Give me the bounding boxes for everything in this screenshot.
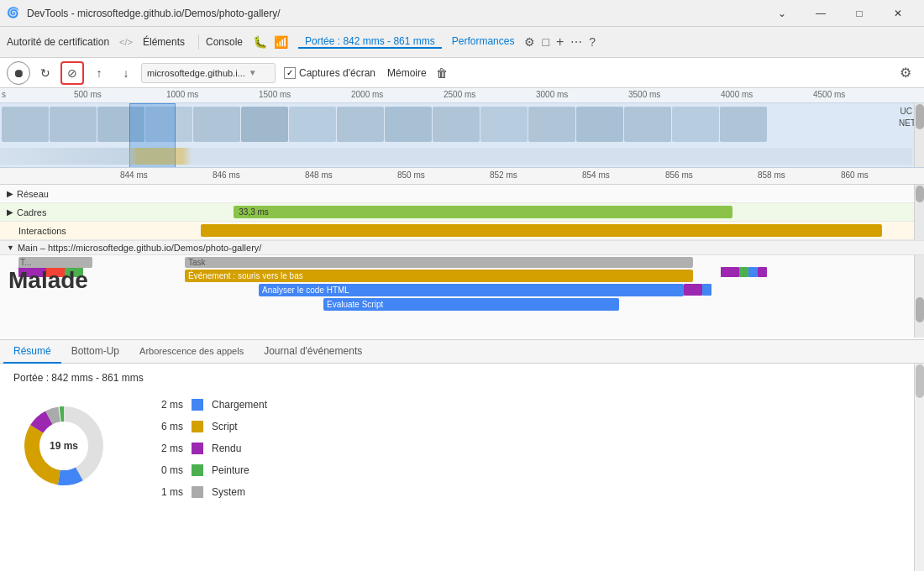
window-controls: ⌄ — □ ✕ <box>763 0 917 27</box>
analyser-bar: Analyser le code HTML <box>259 284 684 296</box>
close-button[interactable]: ✕ <box>879 0 917 27</box>
thumb-9 <box>385 107 432 142</box>
script-label: Script <box>212 421 238 432</box>
evaluate-script-bar: Evaluate Script <box>323 298 619 311</box>
tab-resume[interactable]: Résumé <box>3 340 61 364</box>
mark-860: 860 ms <box>841 170 869 180</box>
title-text: DevTools - microsoftedge.github.io/Demos… <box>27 8 763 19</box>
reseau-chevron[interactable]: ▶ <box>7 189 13 198</box>
summary-panel: Portée : 842 mms - 861 mms <box>0 364 924 571</box>
summary-range: Portée : 842 mms - 861 mms <box>0 364 924 392</box>
mark-852: 852 ms <box>490 170 517 180</box>
more-icon[interactable]: ⋯ <box>570 35 582 49</box>
overview-scrollbar[interactable] <box>914 103 924 167</box>
ruler-4000: 4000 ms <box>721 90 753 99</box>
overview-flamechart <box>0 148 912 165</box>
legend-rendu: 2 ms Rendu <box>156 443 267 454</box>
blue-bar-right1 <box>748 267 758 277</box>
flame-chart: Malade Task T... Événement : souris vers… <box>0 255 924 338</box>
ruler-start: s <box>2 90 6 99</box>
timeline-overview: s 500 ms 1000 ms 1500 ms 2000 ms 2500 ms… <box>0 88 924 168</box>
download-button[interactable]: ↓ <box>114 61 138 85</box>
event-bar: Événement : souris vers le bas <box>185 270 693 282</box>
window-icon[interactable]: □ <box>542 35 549 49</box>
interactions-label: Interactions <box>0 226 92 236</box>
thumb-11 <box>480 107 528 142</box>
rendu-color <box>192 443 203 454</box>
screenshots-checkbox-group: ✓ Captures d'écran <box>284 67 375 79</box>
ruler-2000: 2000 ms <box>351 90 383 99</box>
main-thread-label: ▼ Main – https://microsoftedge.github.io… <box>0 240 924 255</box>
reseau-label: ▶ Réseau <box>0 189 92 199</box>
url-text: microsoftedge.github.i... <box>147 68 245 78</box>
refresh-button[interactable]: ↻ <box>34 61 57 85</box>
ruler-1500: 1500 ms <box>259 90 291 99</box>
thumb-6 <box>241 107 288 142</box>
add-tab-icon[interactable]: + <box>556 34 564 50</box>
performance-panel: s 500 ms 1000 ms 1500 ms 2000 ms 2500 ms… <box>0 88 924 571</box>
cadres-chevron[interactable]: ▶ <box>7 207 13 217</box>
flame-scrollbar-thumb[interactable] <box>916 297 924 322</box>
overview-scrollbar-thumb[interactable] <box>916 104 924 129</box>
thumb-1 <box>2 107 49 142</box>
mark-856: 856 ms <box>665 170 693 180</box>
donut-center-label: 19 ms <box>50 440 78 452</box>
interactions-track: Interactions <box>0 222 924 240</box>
tab-arborescence[interactable]: Arborescence des appels <box>129 340 254 364</box>
net-label: NET <box>899 118 916 128</box>
screenshots-label: Captures d'écran <box>299 67 375 79</box>
record-button[interactable]: ⏺ <box>7 61 30 85</box>
detail-timeline: 844 ms 846 ms 848 ms 850 ms 852 ms 854 m… <box>0 168 924 340</box>
minimize-button[interactable]: — <box>801 0 840 27</box>
performances-tab[interactable]: Portée : 842 mms - 861 mms <box>298 35 442 49</box>
flame-scrollbar[interactable] <box>914 255 924 338</box>
clear-button[interactable]: ⊘ <box>60 61 84 85</box>
t-bar: T... <box>18 257 92 268</box>
delete-button[interactable]: 🗑 <box>430 61 454 85</box>
script-time: 6 ms <box>156 421 183 432</box>
settings-icon[interactable]: ⚙ <box>524 35 535 49</box>
legend-peinture: 0 ms Peinture <box>156 464 267 476</box>
thumb-8 <box>337 107 384 142</box>
browser-toolbar: Autorité de certification </> Éléments C… <box>0 27 924 57</box>
elements-tab[interactable]: Éléments <box>143 36 185 48</box>
autorité-tab[interactable]: Autorité de certification <box>7 36 109 48</box>
track-scrollbar-thumb-top[interactable] <box>916 186 924 202</box>
system-label: System <box>212 486 245 498</box>
summary-scrollbar-thumb[interactable] <box>916 364 924 398</box>
mark-848: 848 ms <box>305 170 333 180</box>
blue-mid-right <box>702 284 711 296</box>
memory-label: Mémoire <box>387 67 427 79</box>
chevron-down-button[interactable]: ⌄ <box>763 0 801 27</box>
summary-scrollbar[interactable] <box>914 364 924 571</box>
tab-bottom-up[interactable]: Bottom-Up <box>61 340 129 364</box>
devtools-settings-button[interactable]: ⚙ <box>894 61 917 85</box>
thumb-5 <box>193 107 240 142</box>
legend: 2 ms Chargement 6 ms Script 2 ms Rendu 0… <box>156 399 267 498</box>
help-icon[interactable]: ? <box>589 35 596 49</box>
thumb-16 <box>720 107 767 142</box>
rendu-label: Rendu <box>212 443 241 454</box>
peinture-color <box>192 464 203 476</box>
performances-tab-label[interactable]: Performances <box>445 35 522 49</box>
chargement-time: 2 ms <box>156 399 183 411</box>
thumb-12 <box>528 107 575 142</box>
ruler-500: 500 ms <box>74 90 102 99</box>
app-icon: 🌀 <box>7 7 20 20</box>
cadres-bar: 33,3 ms <box>234 206 732 218</box>
chargement-color <box>192 399 203 411</box>
task-bar: Task <box>185 257 693 268</box>
interactions-content <box>92 222 924 239</box>
uc-label: UC <box>900 107 912 116</box>
screenshots-checkbox[interactable]: ✓ <box>284 67 296 79</box>
main-thread-chevron[interactable]: ▼ <box>7 244 14 252</box>
upload-button[interactable]: ↑ <box>87 61 111 85</box>
tab-journal[interactable]: Journal d'événements <box>254 340 372 364</box>
maximize-button[interactable]: □ <box>840 0 879 27</box>
malade-text: Malade <box>8 267 88 294</box>
cadres-content: 33,3 ms <box>92 203 924 221</box>
secondary-toolbar: ⏺ ↻ ⊘ ↑ ↓ microsoftedge.github.i... ▼ ✓ … <box>0 58 924 88</box>
track-scrollbar-top[interactable] <box>914 185 924 240</box>
console-tab[interactable]: Console <box>206 36 243 48</box>
cadres-track: ▶ Cadres 33,3 ms <box>0 203 924 222</box>
